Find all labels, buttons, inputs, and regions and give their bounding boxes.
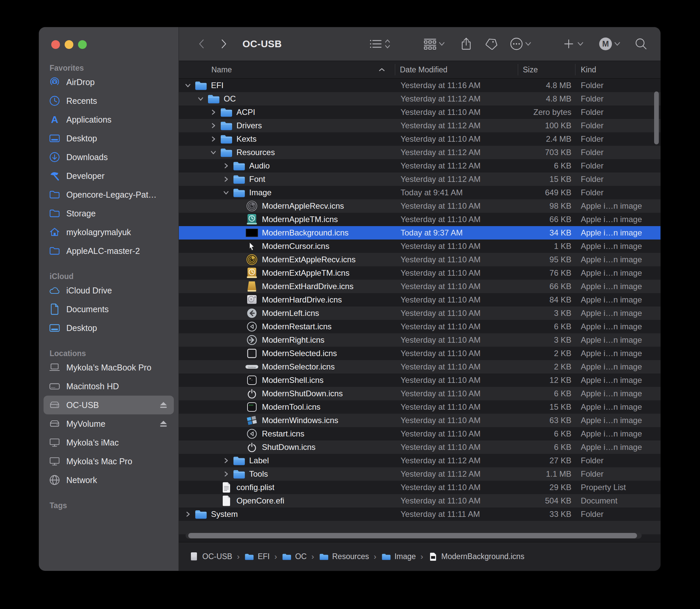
table-row-font[interactable]: FontYesterday at 11:12 AM15 KBFolder: [179, 173, 661, 186]
sidebar-item-documents[interactable]: Documents: [43, 300, 174, 318]
table-row-config-plist[interactable]: config.plistYesterday at 11:10 AM29 KBPr…: [179, 481, 661, 494]
view-mode-button[interactable]: [368, 36, 383, 51]
eject-icon[interactable]: [158, 400, 169, 410]
forward-button[interactable]: [216, 36, 231, 51]
sidebar-item-icloud-drive[interactable]: iCloud Drive: [43, 281, 174, 300]
table-row-resources[interactable]: ResourcesYesterday at 11:12 AM703 KBFold…: [179, 146, 661, 159]
disclosure-open-icon[interactable]: [221, 189, 231, 196]
name-cell: Tools: [179, 467, 396, 481]
table-row-modernapplerecv-icns[interactable]: ModernAppleRecv.icnsYesterday at 11:10 A…: [179, 199, 661, 213]
sidebar-item-mykolagrymalyuk[interactable]: mykolagrymalyuk: [43, 223, 174, 242]
table-row-drivers[interactable]: DriversYesterday at 11:12 AM100 KBFolder: [179, 119, 661, 132]
sidebar-item-network[interactable]: Network: [43, 471, 174, 489]
group-by-button[interactable]: [423, 36, 437, 51]
path-item-oc-usb[interactable]: OC-USB: [189, 552, 232, 561]
svg-text:Continue: Continue: [248, 366, 256, 368]
eject-icon[interactable]: [158, 419, 169, 429]
table-row-modernextharddrive-icns[interactable]: ModernExtHardDrive.icnsYesterday at 11:1…: [179, 280, 661, 293]
sidebar-item-airdrop[interactable]: AirDrop: [43, 73, 174, 91]
sidebar-item-mykola-s-imac[interactable]: Mykola’s iMac: [43, 433, 174, 452]
path-item-oc[interactable]: OC: [282, 552, 307, 561]
disclosure-closed-icon[interactable]: [208, 122, 218, 129]
disclosure-closed-icon[interactable]: [221, 457, 231, 464]
vertical-scrollbar[interactable]: [654, 91, 659, 144]
table-row-modernright-icns[interactable]: ModernRight.icnsYesterday at 11:10 AM3 K…: [179, 333, 661, 347]
sidebar-item-desktop[interactable]: Desktop: [43, 129, 174, 148]
sidebar-item-developer[interactable]: Developer: [43, 167, 174, 185]
sidebar-item-myvolume[interactable]: MyVolume: [43, 414, 174, 433]
table-row-opencore-efi[interactable]: OpenCore.efiYesterday at 11:10 AM504 KBD…: [179, 494, 661, 507]
table-row-label[interactable]: LabelYesterday at 11:12 AM27 KBFolder: [179, 454, 661, 467]
sidebar-item-mykola-s-macbook-pro[interactable]: Mykola’s MacBook Pro: [43, 358, 174, 377]
sidebar-item-mykola-s-mac-pro[interactable]: Mykola’s Mac Pro: [43, 452, 174, 471]
view-mode-sort-chevrons[interactable]: [383, 36, 392, 51]
sidebar-item-storage[interactable]: Storage: [43, 204, 174, 223]
close-button[interactable]: [51, 40, 60, 49]
horizontal-scrollbar-thumb[interactable]: [188, 533, 637, 538]
table-row-moderntool-icns[interactable]: execModernTool.icnsYesterday at 11:10 AM…: [179, 400, 661, 414]
more-actions-chevron-icon[interactable]: [524, 36, 532, 51]
table-row-modernbackground-icns[interactable]: ModernBackground.icnsToday at 9:37 AM34 …: [179, 226, 661, 240]
table-row-efi[interactable]: EFIYesterday at 11:16 AM4.8 MBFolder: [179, 79, 661, 92]
search-button[interactable]: [634, 36, 648, 51]
table-row-modernshutdown-icns[interactable]: ModernShutDown.icnsYesterday at 11:10 AM…: [179, 387, 661, 400]
disclosure-open-icon[interactable]: [208, 149, 218, 156]
table-row-modernshell-icns[interactable]: >_ModernShell.icnsYesterday at 11:10 AM1…: [179, 373, 661, 387]
new-folder-button[interactable]: [561, 36, 576, 51]
table-row-system[interactable]: SystemYesterday at 11:11 AM33 KBFolder: [179, 507, 661, 521]
back-button[interactable]: [194, 36, 209, 51]
table-row-kexts[interactable]: KextsYesterday at 11:10 AM2.4 MBFolder: [179, 132, 661, 146]
table-row-modernwindows-icns[interactable]: ModernWindows.icnsYesterday at 11:10 AM6…: [179, 414, 661, 427]
zoom-button[interactable]: [78, 40, 87, 49]
table-row-modernappletm-icns[interactable]: ModernAppleTM.icnsYesterday at 11:10 AM6…: [179, 213, 661, 226]
account-chevron-icon[interactable]: [613, 36, 622, 51]
disclosure-open-icon[interactable]: [196, 95, 206, 102]
table-row-oc[interactable]: OCYesterday at 11:12 AM4.8 MBFolder: [179, 92, 661, 105]
table-row-modernselected-icns[interactable]: ModernSelected.icnsYesterday at 11:10 AM…: [179, 347, 661, 360]
sidebar-item-recents[interactable]: Recents: [43, 91, 174, 110]
table-row-modernrestart-icns[interactable]: ModernRestart.icnsYesterday at 11:10 AM6…: [179, 320, 661, 333]
disclosure-closed-icon[interactable]: [221, 162, 231, 169]
more-actions-button[interactable]: [509, 36, 524, 51]
path-item-image[interactable]: Image: [381, 552, 416, 561]
sidebar-item-macintosh-hd[interactable]: Macintosh HD: [43, 377, 174, 396]
column-header-kind[interactable]: Kind: [575, 65, 661, 74]
table-row-modernharddrive-icns[interactable]: ModernHardDrive.icnsYesterday at 11:10 A…: [179, 293, 661, 307]
column-header-date[interactable]: Date Modified: [395, 65, 518, 74]
sidebar-item-downloads[interactable]: Downloads: [43, 148, 174, 167]
table-row-image[interactable]: ImageToday at 9:41 AM649 KBFolder: [179, 186, 661, 199]
table-row-audio[interactable]: AudioYesterday at 11:12 AM6 KBFolder: [179, 159, 661, 173]
column-header-name[interactable]: Name: [179, 65, 395, 74]
table-row-modernextapplerecv-icns[interactable]: ModernExtAppleRecv.icnsYesterday at 11:1…: [179, 253, 661, 266]
horizontal-scrollbar-track[interactable]: [186, 533, 642, 539]
column-header-size[interactable]: Size: [518, 65, 575, 74]
disclosure-open-icon[interactable]: [183, 82, 193, 89]
disclosure-closed-icon[interactable]: [221, 471, 231, 477]
table-row-shutdown-icns[interactable]: ShutDown.icnsYesterday at 11:10 AM6 KBAp…: [179, 440, 661, 454]
disclosure-closed-icon[interactable]: [208, 136, 218, 142]
table-row-tools[interactable]: ToolsYesterday at 11:12 AM1.1 MBFolder: [179, 467, 661, 481]
minimize-button[interactable]: [65, 40, 73, 49]
share-button[interactable]: [459, 36, 474, 51]
table-row-restart-icns[interactable]: Restart.icnsYesterday at 11:10 AM6 KBApp…: [179, 427, 661, 440]
table-row-acpi[interactable]: ACPIYesterday at 11:10 AMZero bytesFolde…: [179, 105, 661, 119]
disclosure-closed-icon[interactable]: [221, 176, 231, 182]
sidebar-item-desktop[interactable]: Desktop: [43, 318, 174, 337]
sidebar-item-applications[interactable]: AApplications: [43, 110, 174, 129]
sidebar-item-oc-usb[interactable]: OC-USB: [43, 396, 174, 414]
sidebar-item-applealc-master-2[interactable]: AppleALC-master-2: [43, 242, 174, 260]
table-row-modernextappletm-icns[interactable]: ModernExtAppleTM.icnsYesterday at 11:10 …: [179, 266, 661, 280]
disclosure-closed-icon[interactable]: [183, 511, 193, 518]
disclosure-closed-icon[interactable]: [208, 109, 218, 116]
account-avatar[interactable]: M: [598, 36, 613, 51]
path-item-efi[interactable]: EFI: [244, 552, 269, 561]
tags-button[interactable]: [484, 36, 498, 51]
new-folder-chevron-icon[interactable]: [576, 36, 585, 51]
table-row-modernleft-icns[interactable]: ModernLeft.icnsYesterday at 11:10 AM3 KB…: [179, 307, 661, 320]
table-row-moderncursor-icns[interactable]: ModernCursor.icnsYesterday at 11:10 AM1 …: [179, 240, 661, 253]
path-item-resources[interactable]: Resources: [319, 552, 369, 561]
sidebar-item-opencore-legacy-pat-[interactable]: Opencore-Legacy-Pat…: [43, 185, 174, 204]
table-row-modernselector-icns[interactable]: ContinueModernSelector.icnsYesterday at …: [179, 360, 661, 373]
path-item-modernbackground-icns[interactable]: ModernBackground.icns: [428, 552, 525, 561]
group-by-chevron-icon[interactable]: [437, 36, 446, 51]
